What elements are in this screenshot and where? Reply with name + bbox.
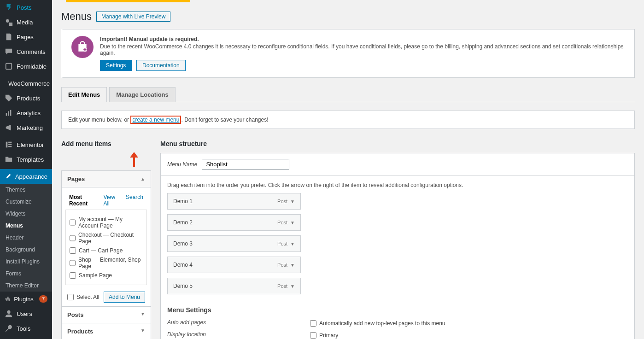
svg-rect-9 [8, 146, 12, 147]
live-preview-button[interactable]: Manage with Live Preview [96, 12, 170, 22]
notice-docs-button[interactable]: Documentation [136, 60, 186, 71]
svg-rect-7 [8, 142, 12, 143]
pages-checklist: My account — My Account Page Checkout — … [65, 210, 147, 285]
menu-panel: Menu Name Drag each item into the order … [160, 153, 635, 339]
subtab-viewall[interactable]: View All [103, 194, 120, 207]
accordion-posts[interactable]: Posts▼ [61, 307, 151, 323]
svg-point-10 [7, 310, 10, 314]
accordion-products[interactable]: Products▼ [61, 323, 151, 339]
highlight-arrow [130, 153, 138, 170]
sidebar-item-products[interactable]: Products [0, 91, 52, 105]
page-title: Menus [61, 11, 92, 23]
page-checkbox[interactable] [70, 260, 76, 266]
notice-settings-button[interactable]: Settings [100, 60, 132, 71]
page-checkbox[interactable] [70, 235, 76, 241]
chart-icon [5, 109, 13, 117]
page-item[interactable]: My account — My Account Page [70, 215, 143, 230]
sidebar-item-elementor[interactable]: Elementor [0, 137, 52, 152]
sidebar-item-plugins[interactable]: Plugins7 [0, 292, 52, 306]
svg-point-0 [6, 19, 9, 23]
pages-accordion-header[interactable]: Pages▲ [62, 171, 151, 187]
auto-add-checkbox[interactable]: Automatically add new top-level pages to… [310, 319, 445, 327]
page-item[interactable]: Sample Page [70, 271, 143, 280]
submenu-menus[interactable]: Menus [0, 220, 52, 232]
brush-icon [5, 172, 12, 181]
svg-rect-6 [6, 142, 8, 148]
sidebar-item-woocommerce[interactable]: WooCommerce [0, 76, 52, 91]
menu-item[interactable]: Demo 4Post▼ [167, 257, 301, 273]
svg-rect-4 [8, 111, 9, 116]
notice-bag-icon [71, 36, 94, 58]
sidebar-item-pages[interactable]: Pages [0, 29, 52, 44]
yellow-bar [66, 0, 190, 2]
caret-down-icon: ▼ [141, 311, 145, 318]
sidebar-item-comments[interactable]: Comments [0, 44, 52, 59]
submenu-theme-editor[interactable]: Theme Editor [0, 280, 52, 292]
sidebar-item-users[interactable]: Users [0, 306, 52, 321]
create-menu-link[interactable]: create a new menu [132, 117, 179, 123]
page-checkbox[interactable] [70, 247, 76, 254]
sidebar-item-analytics[interactable]: Analytics [0, 105, 52, 120]
page-icon [5, 33, 13, 41]
sidebar-item-media[interactable]: Media [0, 15, 52, 29]
caret-down-icon: ▼ [141, 328, 145, 335]
product-icon [5, 94, 13, 102]
tool-icon [5, 324, 13, 333]
subtab-search[interactable]: Search [126, 194, 143, 207]
menu-item[interactable]: Demo 3Post▼ [167, 235, 301, 252]
sidebar-item-marketing[interactable]: Marketing [0, 120, 52, 135]
page-checkbox[interactable] [70, 219, 76, 226]
plugins-count-badge: 7 [39, 295, 47, 303]
tab-edit-menus[interactable]: Edit Menus [61, 87, 107, 102]
sidebar-item-settings[interactable]: Settings [0, 336, 52, 339]
add-items-title: Add menu items [61, 140, 151, 147]
page-item[interactable]: Shop — Elementor, Shop Page [70, 255, 143, 271]
svg-rect-5 [10, 110, 12, 116]
media-icon [5, 18, 13, 26]
menu-structure-title: Menu structure [160, 140, 635, 147]
auto-add-label: Auto add pages [167, 319, 310, 327]
tab-manage-locations[interactable]: Manage Locations [109, 87, 175, 102]
caret-up-icon: ▲ [141, 176, 145, 181]
plugin-icon [5, 295, 10, 303]
caret-down-icon: ▼ [290, 263, 295, 268]
menu-settings-title: Menu Settings [161, 299, 634, 317]
nav-tabs: Edit Menus Manage Locations [61, 87, 635, 102]
sidebar-item-posts[interactable]: Posts [0, 0, 52, 15]
sidebar-item-tools[interactable]: Tools [0, 321, 52, 336]
add-to-menu-button[interactable]: Add to Menu [104, 292, 145, 303]
notice-text: Due to the recent WooCommerce 4.0 change… [100, 43, 626, 56]
page-checkbox[interactable] [70, 272, 76, 279]
megaphone-icon [5, 123, 13, 132]
menu-item[interactable]: Demo 1Post▼ [167, 193, 301, 210]
submenu-install-plugins[interactable]: Install Plugins [0, 256, 52, 268]
sidebar-item-appearance[interactable]: Appearance [0, 169, 52, 184]
submenu-widgets[interactable]: Widgets [0, 208, 52, 220]
drag-help-text: Drag each item into the order you prefer… [161, 175, 634, 193]
svg-rect-1 [6, 64, 12, 70]
menu-name-input[interactable] [202, 159, 289, 170]
sidebar-item-formidable[interactable]: Formidable [0, 59, 52, 74]
select-all-checkbox[interactable]: Select All [67, 292, 99, 302]
page-item[interactable]: Cart — Cart Page [70, 246, 143, 255]
form-icon [5, 62, 13, 70]
menu-item[interactable]: Demo 2Post▼ [167, 214, 301, 231]
submenu-forms[interactable]: Forms [0, 268, 52, 280]
submenu-background[interactable]: Background [0, 244, 52, 256]
submenu-customize[interactable]: Customize [0, 196, 52, 208]
submenu-header[interactable]: Header [0, 232, 52, 244]
subtab-recent[interactable]: Most Recent [69, 194, 98, 207]
pin-icon [5, 3, 13, 12]
location-primary[interactable]: Primary [310, 331, 338, 339]
edit-info-row: Edit your menu below, or create a new me… [61, 111, 635, 129]
page-item[interactable]: Checkout — Checkout Page [70, 230, 143, 246]
main-content: Menus Manage with Live Preview Important… [52, 0, 644, 339]
update-notice: Important! Manual update is required. Du… [61, 29, 635, 78]
comment-icon [5, 47, 13, 56]
caret-down-icon: ▼ [290, 241, 295, 246]
svg-rect-3 [6, 113, 7, 116]
sidebar-item-templates[interactable]: Templates [0, 152, 52, 167]
submenu-themes[interactable]: Themes [0, 184, 52, 196]
menu-item[interactable]: Demo 5Post▼ [167, 278, 301, 294]
notice-title: Important! Manual update is required. [100, 36, 626, 42]
